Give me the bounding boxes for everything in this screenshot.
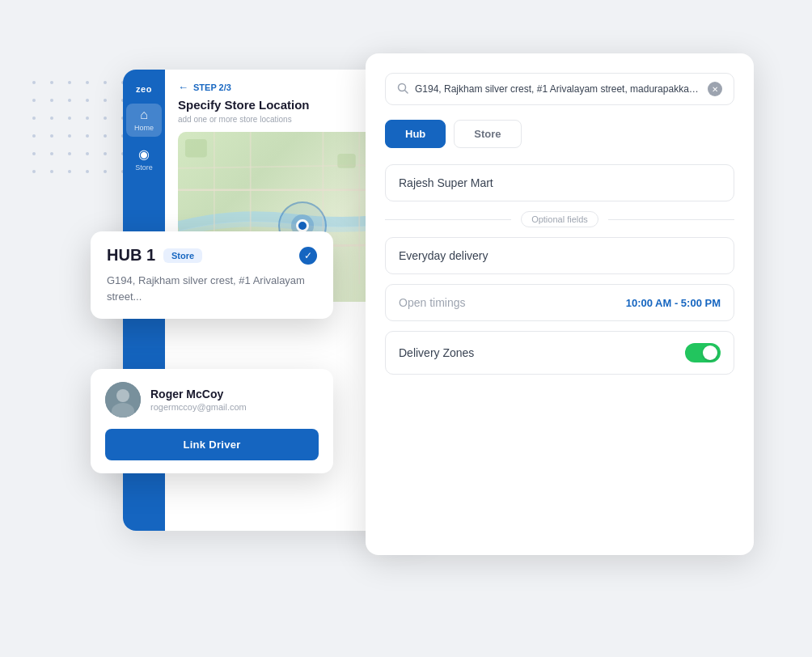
hub-address: G194, Rajkham silver crest, #1 Arivalaya…	[107, 273, 317, 304]
delivery-zones-toggle[interactable]	[685, 343, 721, 362]
back-arrow-icon: ←	[178, 81, 188, 93]
driver-card: Roger McCoy rogermccoy@gmail.com Link Dr…	[91, 369, 333, 473]
toggle-thumb	[703, 345, 717, 360]
svg-point-10	[116, 389, 129, 402]
driver-details: Roger McCoy rogermccoy@gmail.com	[150, 388, 247, 412]
step-text: STEP 2/3	[193, 83, 231, 92]
toggle-track	[685, 343, 721, 362]
sidebar-store-label: Store	[135, 163, 153, 172]
home-icon: ⌂	[140, 108, 148, 121]
description-field[interactable]: Everyday delivery	[385, 237, 734, 274]
tab-store[interactable]: Store	[454, 120, 521, 148]
sidebar-item-store[interactable]: ◉ Store	[126, 143, 162, 176]
store-form-panel: G194, Rajkham silver crest, #1 Arivalaya…	[366, 53, 754, 555]
sidebar-home-label: Home	[134, 124, 154, 132]
divider-line-right	[608, 219, 734, 220]
store-type-badge: Store	[163, 248, 202, 263]
delivery-zones-label: Delivery Zones	[399, 346, 474, 359]
map-pin	[296, 219, 309, 232]
store-name-field[interactable]: Rajesh Super Mart	[385, 164, 734, 201]
divider-line-left	[385, 219, 511, 220]
optional-label: Optional fields	[521, 211, 598, 227]
search-input-value: G194, Rajkham silver crest, #1 Arivalaya…	[415, 83, 701, 95]
main-container: zeo ⌂ Home ◉ Store ← STEP 2/3 Specify St…	[58, 53, 754, 604]
driver-info: Roger McCoy rogermccoy@gmail.com	[105, 382, 319, 418]
hub-card-header: HUB 1 Store ✓	[107, 246, 317, 265]
svg-rect-8	[337, 154, 355, 168]
search-clear-button[interactable]: ✕	[708, 82, 722, 96]
timings-value: 10:00 AM - 5:00 PM	[626, 297, 721, 309]
store-icon: ◉	[138, 148, 150, 161]
driver-email: rogermccoy@gmail.com	[150, 402, 247, 412]
logo: zeo	[129, 81, 159, 97]
tab-hub[interactable]: Hub	[385, 120, 446, 148]
hub-title: HUB 1	[107, 246, 155, 265]
driver-name: Roger McCoy	[150, 388, 247, 401]
hub-card: HUB 1 Store ✓ G194, Rajkham silver crest…	[91, 231, 333, 319]
optional-fields-divider: Optional fields	[385, 211, 734, 227]
address-search-bar[interactable]: G194, Rajkham silver crest, #1 Arivalaya…	[385, 73, 734, 105]
svg-rect-7	[185, 139, 207, 157]
driver-avatar	[105, 382, 141, 418]
hub-check-icon: ✓	[299, 247, 317, 265]
timings-label: Open timings	[399, 296, 465, 309]
search-icon	[397, 83, 408, 96]
delivery-zones-field[interactable]: Delivery Zones	[385, 331, 734, 375]
link-driver-button[interactable]: Link Driver	[105, 429, 319, 460]
open-timings-field[interactable]: Open timings 10:00 AM - 5:00 PM	[385, 284, 734, 321]
svg-line-13	[405, 90, 408, 93]
sidebar-item-home[interactable]: ⌂ Home	[126, 104, 162, 137]
hub-store-tabs: Hub Store	[385, 120, 734, 148]
